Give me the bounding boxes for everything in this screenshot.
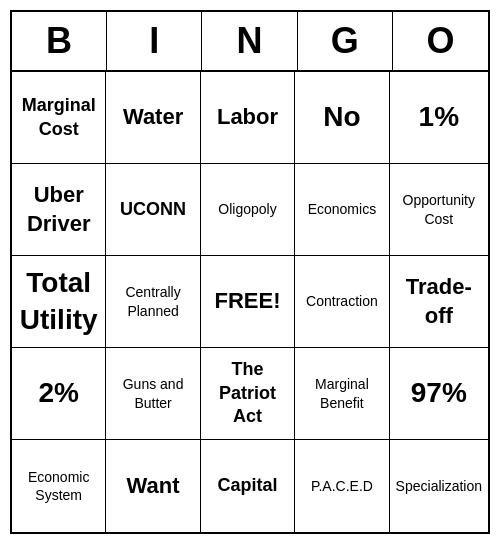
cell-text-6: UCONN bbox=[120, 198, 186, 221]
bingo-cell-16: Guns and Butter bbox=[106, 348, 200, 440]
bingo-cell-17: The Patriot Act bbox=[201, 348, 295, 440]
header-letter-N: N bbox=[202, 12, 297, 70]
bingo-cell-5: Uber Driver bbox=[12, 164, 106, 256]
cell-text-23: P.A.C.E.D bbox=[311, 477, 373, 495]
cell-text-5: Uber Driver bbox=[18, 181, 99, 238]
bingo-cell-10: Total Utility bbox=[12, 256, 106, 348]
bingo-cell-4: 1% bbox=[390, 72, 488, 164]
bingo-cell-13: Contraction bbox=[295, 256, 389, 348]
bingo-cell-12: FREE! bbox=[201, 256, 295, 348]
header-letter-O: O bbox=[393, 12, 488, 70]
cell-text-21: Want bbox=[127, 472, 180, 501]
cell-text-13: Contraction bbox=[306, 292, 378, 310]
cell-text-10: Total Utility bbox=[18, 265, 99, 338]
bingo-cell-19: 97% bbox=[390, 348, 488, 440]
header-letter-B: B bbox=[12, 12, 107, 70]
cell-text-9: Opportunity Cost bbox=[396, 191, 482, 227]
cell-text-7: Oligopoly bbox=[218, 200, 276, 218]
cell-text-3: No bbox=[323, 99, 360, 135]
cell-text-4: 1% bbox=[419, 99, 459, 135]
cell-text-8: Economics bbox=[308, 200, 376, 218]
bingo-cell-23: P.A.C.E.D bbox=[295, 440, 389, 532]
bingo-cell-24: Specialization bbox=[390, 440, 488, 532]
bingo-cell-15: 2% bbox=[12, 348, 106, 440]
bingo-card: BINGO Marginal CostWaterLaborNo1%Uber Dr… bbox=[10, 10, 490, 534]
cell-text-17: The Patriot Act bbox=[207, 358, 288, 428]
bingo-cell-3: No bbox=[295, 72, 389, 164]
bingo-cell-7: Oligopoly bbox=[201, 164, 295, 256]
cell-text-12: FREE! bbox=[215, 287, 281, 316]
bingo-cell-0: Marginal Cost bbox=[12, 72, 106, 164]
bingo-cell-6: UCONN bbox=[106, 164, 200, 256]
cell-text-1: Water bbox=[123, 103, 183, 132]
cell-text-19: 97% bbox=[411, 375, 467, 411]
cell-text-22: Capital bbox=[217, 474, 277, 497]
cell-text-18: Marginal Benefit bbox=[301, 375, 382, 411]
bingo-cell-18: Marginal Benefit bbox=[295, 348, 389, 440]
bingo-cell-14: Trade-off bbox=[390, 256, 488, 348]
bingo-cell-22: Capital bbox=[201, 440, 295, 532]
cell-text-14: Trade-off bbox=[396, 273, 482, 330]
cell-text-15: 2% bbox=[38, 375, 78, 411]
bingo-cell-9: Opportunity Cost bbox=[390, 164, 488, 256]
cell-text-2: Labor bbox=[217, 103, 278, 132]
bingo-cell-21: Want bbox=[106, 440, 200, 532]
bingo-cell-2: Labor bbox=[201, 72, 295, 164]
cell-text-11: Centrally Planned bbox=[112, 283, 193, 319]
header-letter-I: I bbox=[107, 12, 202, 70]
cell-text-0: Marginal Cost bbox=[18, 94, 99, 141]
bingo-cell-1: Water bbox=[106, 72, 200, 164]
bingo-cell-8: Economics bbox=[295, 164, 389, 256]
bingo-header: BINGO bbox=[12, 12, 488, 72]
cell-text-24: Specialization bbox=[396, 477, 482, 495]
header-letter-G: G bbox=[298, 12, 393, 70]
bingo-cell-20: Economic System bbox=[12, 440, 106, 532]
bingo-cell-11: Centrally Planned bbox=[106, 256, 200, 348]
bingo-grid: Marginal CostWaterLaborNo1%Uber DriverUC… bbox=[12, 72, 488, 532]
cell-text-16: Guns and Butter bbox=[112, 375, 193, 411]
cell-text-20: Economic System bbox=[18, 468, 99, 504]
